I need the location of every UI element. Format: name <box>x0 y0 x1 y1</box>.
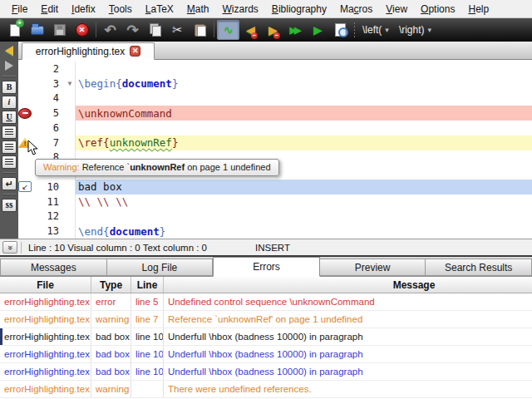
line-text[interactable]: \unknownCommand <box>76 106 532 121</box>
math-mode-button[interactable]: $$ <box>2 199 17 212</box>
column-header-message[interactable]: Message <box>164 277 532 293</box>
table-row[interactable]: errorHighlighting.texwarningline 7Refere… <box>0 311 532 328</box>
symbols-button[interactable]: ∿ <box>217 20 239 40</box>
badbox-marker-icon[interactable] <box>18 181 32 192</box>
copy-button[interactable] <box>144 20 166 40</box>
fold-column <box>65 180 76 195</box>
sidebar-separator <box>2 194 16 195</box>
undo-button[interactable]: ↶ <box>99 20 121 40</box>
cut-button[interactable]: ✂ <box>166 20 189 40</box>
editor-line: 7\ref{unknownRef} <box>18 135 532 150</box>
collapse-panel-button[interactable]: » <box>2 241 17 254</box>
line-text[interactable]: \\ \\ \\ <box>76 195 532 209</box>
column-header-file[interactable]: File <box>0 277 91 293</box>
line-text[interactable] <box>76 121 532 135</box>
table-row[interactable]: errorHighlighting.texbad boxline 10Under… <box>0 346 532 363</box>
cell-file: errorHighlighting.tex <box>0 293 91 310</box>
tab-close-icon[interactable]: ✕ <box>130 46 140 57</box>
line-text[interactable] <box>76 91 532 106</box>
line-text[interactable]: \begin{document} <box>76 76 532 91</box>
cell-type: warning <box>91 381 131 397</box>
code-token: } <box>160 225 166 238</box>
line-text[interactable]: bad box <box>76 180 532 195</box>
close-file-button[interactable] <box>71 20 93 40</box>
table-row[interactable]: errorHighlighting.texbad boxline 10Under… <box>0 328 532 346</box>
back-button[interactable] <box>2 44 17 57</box>
line-text[interactable]: \ref{unknownRef} <box>76 135 532 150</box>
cell-file: errorHighlighting.tex <box>0 346 91 362</box>
editor-line: 10bad box <box>18 180 532 195</box>
menu-latex[interactable]: LaTeX <box>139 2 180 17</box>
code-token: \begin{ <box>78 77 122 90</box>
panel-tab-errors[interactable]: Errors <box>213 257 320 277</box>
table-row[interactable]: errorHighlighting.texwarningThere were u… <box>0 381 532 398</box>
build-and-view-button[interactable]: ▶▶ <box>284 20 307 40</box>
view-pdf-button[interactable] <box>329 20 352 40</box>
line-text[interactable] <box>76 209 532 224</box>
redo-button[interactable]: ↷ <box>121 20 144 40</box>
line-text[interactable] <box>76 62 532 76</box>
panel-tab-search-results[interactable]: Search Results <box>426 259 532 276</box>
cell-message: Underfull \hbox (badness 10000) in parag… <box>164 346 532 362</box>
forward-button[interactable] <box>2 59 17 72</box>
panel-tab-log-file[interactable]: Log File <box>107 259 214 276</box>
arrow-left-icon <box>5 46 13 56</box>
code-token: } <box>172 77 179 90</box>
line-text[interactable]: \end{document} <box>76 224 532 239</box>
menu-options[interactable]: Options <box>414 2 461 17</box>
line-number: 2 <box>32 63 65 75</box>
menu-tools[interactable]: Tools <box>102 2 139 17</box>
open-file-button[interactable] <box>26 20 48 40</box>
italic-button[interactable]: i <box>2 96 17 109</box>
compile-button[interactable]: ▶ <box>307 20 329 40</box>
previous-error-icon: ◀ <box>246 23 255 37</box>
code-editor[interactable]: 23▼\begin{document}45\unknownCommand67\r… <box>18 60 532 239</box>
menu-idefix[interactable]: Idefix <box>65 2 102 17</box>
menu-view[interactable]: View <box>379 2 414 17</box>
code-token: } <box>172 136 179 149</box>
table-row[interactable]: errorHighlighting.texerrorline 5Undefine… <box>0 293 532 311</box>
table-row[interactable]: errorHighlighting.texbad boxline 10Under… <box>0 363 532 381</box>
cell-file: errorHighlighting.tex <box>0 381 91 397</box>
left-delimiter-button[interactable]: \left(▾ <box>357 20 394 40</box>
line-break-button[interactable]: ↵ <box>2 177 17 190</box>
align-center-button[interactable] <box>2 140 17 154</box>
menu-edit[interactable]: Edit <box>34 2 65 17</box>
save-file-button[interactable] <box>48 20 71 40</box>
toolbar-separator <box>352 22 357 38</box>
column-header-line[interactable]: Line <box>131 277 164 293</box>
fold-marker-icon[interactable]: ▼ <box>65 76 76 91</box>
align-right-button[interactable] <box>2 155 17 169</box>
menu-macros[interactable]: Macros <box>333 2 379 17</box>
menu-math[interactable]: Math <box>180 2 216 17</box>
previous-error-button[interactable]: ◀ <box>239 20 262 40</box>
cell-file: errorHighlighting.tex <box>0 363 91 380</box>
right-delimiter-button[interactable]: \right)▾ <box>394 20 436 40</box>
cell-file: errorHighlighting.tex <box>0 311 91 328</box>
menu-file[interactable]: File <box>5 2 34 17</box>
panel-tab-bar: MessagesLog FileErrorsPreviewSearch Resu… <box>0 257 532 277</box>
underline-button[interactable]: U <box>2 111 17 124</box>
column-header-type[interactable]: Type <box>91 277 131 293</box>
align-right-icon <box>5 159 13 165</box>
menu-help[interactable]: Help <box>461 2 495 17</box>
menu-bibliography[interactable]: Bibliography <box>265 2 333 17</box>
error-marker-icon[interactable] <box>18 108 32 119</box>
cell-type: bad box <box>91 363 131 380</box>
align-left-button[interactable] <box>2 126 17 139</box>
cell-line: line 5 <box>131 293 164 310</box>
bold-button[interactable]: B <box>2 81 17 94</box>
status-separator <box>21 242 22 254</box>
code-token: \unknownCommand <box>78 107 172 120</box>
line-number: 5 <box>32 107 65 119</box>
undo-icon: ↶ <box>104 22 116 39</box>
fold-column <box>65 209 76 224</box>
editor-tab[interactable]: errorHighlighting.tex ✕ <box>22 42 155 60</box>
menu-wizards[interactable]: Wizards <box>216 2 265 17</box>
paste-button[interactable] <box>189 20 211 40</box>
next-error-button[interactable]: ▶ <box>262 20 284 40</box>
panel-tab-messages[interactable]: Messages <box>0 259 107 276</box>
open-file-icon <box>31 26 44 35</box>
new-file-button[interactable] <box>3 20 26 40</box>
panel-tab-preview[interactable]: Preview <box>320 259 426 276</box>
